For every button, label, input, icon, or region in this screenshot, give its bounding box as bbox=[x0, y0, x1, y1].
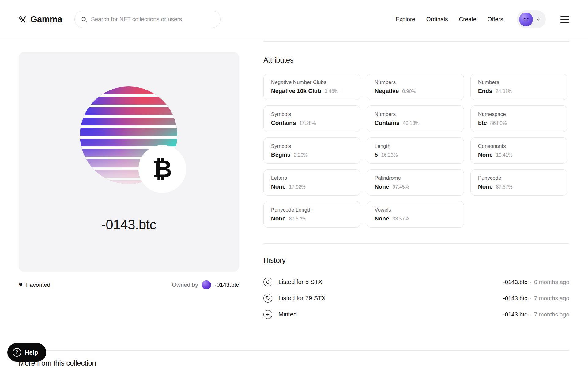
heart-icon: ♥ bbox=[19, 282, 23, 288]
attribute-value: btc bbox=[478, 120, 487, 126]
attribute-rarity: 17.28% bbox=[299, 121, 316, 126]
owner-row: Owned by -0143.btc bbox=[172, 280, 239, 289]
attribute-rarity: 0.46% bbox=[325, 89, 338, 94]
attribute-rarity: 0.90% bbox=[402, 89, 416, 94]
attribute-label: Negative Number Clubs bbox=[271, 79, 353, 86]
attribute-label: Namespace bbox=[478, 111, 560, 117]
history-asset-link[interactable]: -0143.btc bbox=[503, 295, 527, 302]
attribute-card[interactable]: Symbols Contains 17.28% bbox=[263, 105, 360, 132]
attribute-label: Numbers bbox=[375, 111, 456, 117]
attribute-rarity: 40.10% bbox=[403, 121, 419, 126]
attribute-card[interactable]: Vowels None 33.57% bbox=[367, 201, 464, 228]
attribute-card[interactable]: Negative Number Clubs Negative 10k Club … bbox=[263, 74, 360, 100]
nft-panel: ₿ -0143.btc ♥ Favorited Owned by -0143.b… bbox=[19, 39, 239, 323]
nft-image-card: ₿ -0143.btc bbox=[19, 52, 239, 272]
attribute-value: Begins bbox=[271, 151, 290, 158]
attribute-card[interactable]: Palindrome None 97.45% bbox=[367, 169, 464, 196]
attribute-label: Vowels bbox=[375, 207, 456, 213]
primary-nav: Explore Ordinals Create Offers bbox=[395, 16, 503, 23]
nav-create[interactable]: Create bbox=[459, 16, 477, 23]
attribute-value: Contains bbox=[375, 120, 399, 126]
separator: · bbox=[530, 295, 532, 302]
gamma-logo-icon bbox=[19, 16, 27, 23]
attribute-card[interactable]: Letters None 17.92% bbox=[263, 169, 360, 196]
owned-by-label: Owned by bbox=[172, 282, 198, 288]
attribute-label: Numbers bbox=[375, 79, 456, 86]
nav-offers[interactable]: Offers bbox=[488, 16, 503, 23]
history-list: Listed for 5 STX -0143.btc · 6 months ag… bbox=[263, 274, 569, 323]
help-icon: ? bbox=[13, 348, 21, 357]
attribute-label: Letters bbox=[271, 175, 353, 181]
more-collection-section: More from this collection bbox=[19, 350, 569, 367]
brand-name: Gamma bbox=[30, 14, 62, 25]
divider bbox=[263, 41, 569, 42]
btc-symbol: ₿ bbox=[153, 157, 172, 181]
nav-explore[interactable]: Explore bbox=[395, 16, 415, 23]
attribute-card[interactable]: Namespace btc 86.80% bbox=[470, 105, 567, 132]
attribute-label: Numbers bbox=[478, 79, 560, 86]
favorite-button[interactable]: ♥ Favorited bbox=[19, 282, 50, 288]
content: ₿ -0143.btc ♥ Favorited Owned by -0143.b… bbox=[0, 39, 588, 323]
attribute-rarity: 2.20% bbox=[294, 152, 307, 158]
attribute-label: Consonants bbox=[478, 143, 560, 149]
search-icon bbox=[81, 16, 87, 23]
attribute-rarity: 17.92% bbox=[289, 184, 306, 190]
attribute-label: Punycode bbox=[478, 175, 560, 181]
owner-link[interactable]: -0143.btc bbox=[215, 282, 239, 288]
user-avatar bbox=[519, 13, 533, 26]
history-row: Minted -0143.btc · 7 months ago bbox=[263, 306, 569, 323]
top-nav: Gamma Explore Ordinals Create Offers bbox=[0, 0, 588, 39]
nft-meta: ♥ Favorited Owned by -0143.btc bbox=[19, 280, 239, 289]
history-heading: History bbox=[263, 256, 569, 265]
nav-ordinals[interactable]: Ordinals bbox=[426, 16, 448, 23]
attribute-card[interactable]: Symbols Begins 2.20% bbox=[263, 137, 360, 164]
attribute-value: None bbox=[271, 215, 286, 222]
brand[interactable]: Gamma bbox=[19, 14, 62, 25]
history-row: Listed for 5 STX -0143.btc · 6 months ag… bbox=[263, 274, 569, 290]
nft-title: -0143.btc bbox=[19, 217, 239, 232]
attribute-card[interactable]: Numbers Negative 0.90% bbox=[367, 74, 464, 100]
history-time: 7 months ago bbox=[534, 295, 569, 302]
details-panel: Attributes Negative Number Clubs Negativ… bbox=[263, 39, 569, 323]
attribute-card[interactable]: Consonants None 19.41% bbox=[470, 137, 567, 164]
attribute-rarity: 97.45% bbox=[393, 184, 409, 190]
search-bar[interactable] bbox=[74, 11, 221, 28]
attribute-value: 5 bbox=[375, 151, 378, 158]
attribute-card[interactable]: Length 5 16.23% bbox=[367, 137, 464, 164]
attribute-label: Punycode Length bbox=[271, 207, 353, 213]
attribute-card[interactable]: Punycode None 87.57% bbox=[470, 169, 567, 196]
menu-button[interactable] bbox=[560, 14, 569, 24]
attribute-rarity: 86.80% bbox=[490, 121, 507, 126]
separator: · bbox=[530, 279, 532, 286]
help-button[interactable]: ? Help bbox=[7, 343, 46, 362]
attribute-card[interactable]: Punycode Length None 87.57% bbox=[263, 201, 360, 228]
attribute-card[interactable]: Numbers Ends 24.01% bbox=[470, 74, 567, 100]
attribute-rarity: 16.23% bbox=[381, 152, 398, 158]
attribute-card[interactable]: Numbers Contains 40.10% bbox=[367, 105, 464, 132]
attribute-rarity: 87.57% bbox=[289, 216, 306, 222]
account-menu[interactable] bbox=[517, 10, 546, 28]
search-input[interactable] bbox=[91, 16, 214, 23]
attribute-value: None bbox=[271, 183, 286, 190]
more-from-collection-heading: More from this collection bbox=[19, 359, 569, 367]
attribute-rarity: 33.57% bbox=[393, 216, 409, 222]
attributes-grid: Negative Number Clubs Negative 10k Club … bbox=[263, 74, 569, 228]
separator: · bbox=[530, 311, 532, 318]
attribute-value: None bbox=[375, 183, 389, 190]
history-time: 6 months ago bbox=[534, 279, 569, 286]
attribute-value: Negative bbox=[375, 88, 399, 94]
attribute-label: Symbols bbox=[271, 143, 353, 149]
history-time: 7 months ago bbox=[534, 311, 569, 318]
history-row: Listed for 79 STX -0143.btc · 7 months a… bbox=[263, 290, 569, 306]
attribute-value: Contains bbox=[271, 120, 296, 126]
attribute-value: Negative 10k Club bbox=[271, 88, 321, 94]
attribute-label: Symbols bbox=[271, 111, 353, 117]
owner-avatar bbox=[202, 280, 211, 289]
attribute-rarity: 87.57% bbox=[496, 184, 513, 190]
history-asset-link[interactable]: -0143.btc bbox=[503, 279, 527, 286]
attribute-value: None bbox=[478, 151, 493, 158]
history-asset-link[interactable]: -0143.btc bbox=[503, 311, 527, 318]
favorited-label: Favorited bbox=[26, 282, 50, 288]
btc-badge-icon: ₿ bbox=[138, 145, 186, 193]
attribute-value: Ends bbox=[478, 88, 492, 94]
